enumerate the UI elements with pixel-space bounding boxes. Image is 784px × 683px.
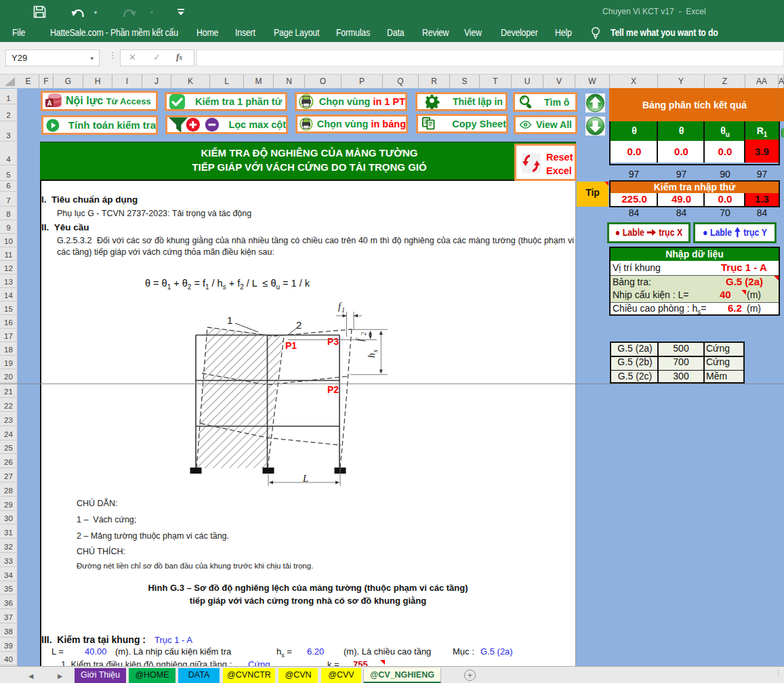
svg-text:2: 2: [296, 319, 302, 331]
svg-text:P2: P2: [327, 384, 339, 395]
svg-text:1: 1: [227, 314, 232, 326]
svg-text:P1: P1: [285, 340, 297, 351]
svg-text:h: h: [367, 353, 377, 358]
svg-text:s: s: [371, 350, 379, 352]
svg-text:A: A: [47, 99, 51, 106]
svg-text:f: f: [355, 337, 365, 342]
svg-text:L: L: [302, 474, 308, 484]
svg-text:1: 1: [342, 306, 345, 314]
svg-text:P3: P3: [327, 336, 339, 347]
svg-text:2: 2: [360, 332, 367, 335]
